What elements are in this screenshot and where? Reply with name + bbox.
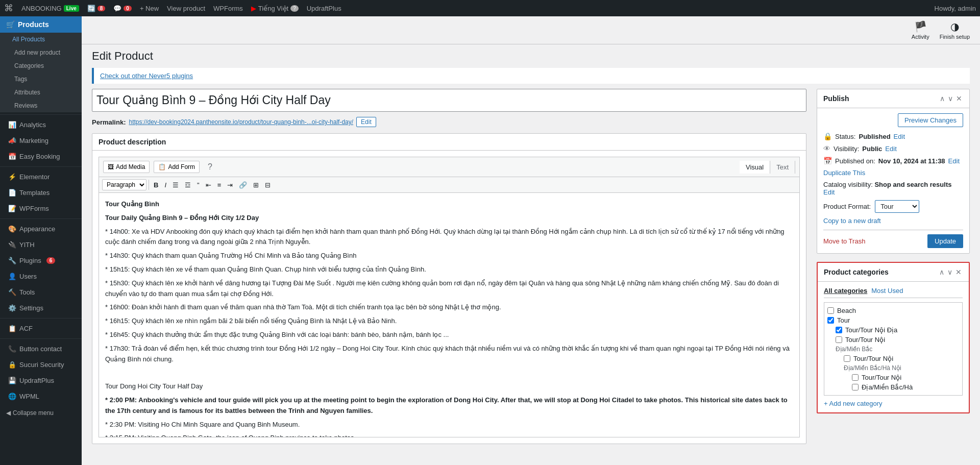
sidebar-products-top[interactable]: 🛒 Products: [0, 16, 82, 33]
editor-content[interactable]: Tour Quảng BìnhTour Daily Quảng Bình 9 –…: [99, 192, 800, 437]
sidebar-item-tools[interactable]: 🔨 Tools: [0, 284, 82, 300]
align-right-button[interactable]: ⇥: [225, 180, 235, 190]
all-categories-tab[interactable]: All categories: [824, 287, 867, 295]
admin-sidebar: 🛒 Products All Products Add new product …: [0, 16, 82, 465]
settings-icon: ⚙️: [8, 304, 16, 312]
view-product-link[interactable]: View product: [167, 5, 205, 12]
text-tab[interactable]: Text: [770, 161, 795, 174]
updraftplus-link[interactable]: UpdraftPlus: [307, 5, 341, 12]
blockquote-button[interactable]: ": [194, 180, 202, 190]
sidebar-item-updraftplus[interactable]: 💾 UpdraftPlus: [0, 373, 82, 388]
activity-button[interactable]: 🏴 Activity: [912, 20, 929, 40]
permalink-edit-button[interactable]: Edit: [356, 117, 376, 127]
copy-draft-link[interactable]: Copy to a new draft: [823, 217, 881, 225]
paragraph-format-select[interactable]: Paragraph: [102, 179, 146, 190]
category-checkbox-tour-noi[interactable]: [836, 336, 842, 343]
product-format-select[interactable]: Tour Standard: [875, 200, 919, 213]
publish-close-btn[interactable]: ✕: [955, 93, 963, 104]
sidebar-item-easy-booking[interactable]: 📅 Easy Booking: [0, 149, 82, 164]
publish-collapse-btn[interactable]: ∧: [939, 93, 946, 104]
admin-bar: ⌘ ANBOOKING Live 🔄 8 💬 0 + New View prod…: [0, 0, 980, 16]
edit-catalog-link[interactable]: Edit: [823, 188, 835, 196]
finish-setup-button[interactable]: ◑ Finish setup: [940, 20, 970, 40]
category-checkbox-tour-noi-3[interactable]: [852, 374, 859, 381]
new-item[interactable]: + New: [140, 5, 159, 12]
sidebar-item-wpml[interactable]: 🌐 WPML: [0, 388, 82, 404]
edit-date-link[interactable]: Edit: [948, 157, 960, 165]
product-title-input[interactable]: [92, 89, 806, 112]
category-checkbox-dia-mien-bac-ha[interactable]: [852, 384, 859, 390]
sidebar-item-reviews[interactable]: Reviews: [0, 99, 82, 112]
publish-actions-row: Move to Trash Update: [823, 230, 963, 248]
sidebar-item-plugins[interactable]: 🔧 Plugins 6: [0, 253, 82, 268]
category-item-tour-noi-dia: Tour/Tour Nội Địa: [827, 325, 959, 335]
sidebar-item-settings[interactable]: ⚙️ Settings: [0, 300, 82, 316]
italic-button[interactable]: I: [162, 180, 169, 190]
edit-visibility-link[interactable]: Edit: [885, 145, 896, 153]
easy-booking-icon: 📅: [8, 153, 16, 160]
update-button[interactable]: Update: [927, 234, 963, 248]
sidebar-item-wpforms[interactable]: 📝 WPForms: [0, 201, 82, 216]
category-item-dia-mien-bac-ha: Địa/Miền Bắc/Hà: [827, 382, 959, 392]
category-checkbox-tour-noi-dia[interactable]: [836, 327, 842, 333]
sidebar-item-elementor[interactable]: ⚡ Elementor: [0, 169, 82, 185]
add-form-button[interactable]: 📋 Add Form: [154, 161, 200, 173]
permalink-link[interactable]: https://dev-booking2024.pantheonsite.io/…: [129, 118, 353, 126]
sidebar-item-attributes[interactable]: Attributes: [0, 86, 82, 99]
category-list: Beach Tour Tour/Tour Nội Địa: [824, 302, 963, 396]
add-media-button[interactable]: 🖼 Add Media: [103, 161, 150, 173]
unordered-list-button[interactable]: ☰: [170, 180, 181, 190]
move-to-trash-link[interactable]: Move to Trash: [823, 237, 865, 245]
categories-expand-btn[interactable]: ∨: [946, 267, 953, 277]
sidebar-item-tags[interactable]: Tags: [0, 72, 82, 86]
add-new-category-link[interactable]: + Add new category: [824, 400, 883, 407]
help-button[interactable]: ?: [204, 160, 216, 174]
sidebar-item-appearance[interactable]: 🎨 Appearance: [0, 221, 82, 237]
tieng-viet-link[interactable]: ▶ Tiếng Việt ?: [251, 5, 299, 12]
edit-status-link[interactable]: Edit: [894, 133, 905, 140]
sidebar-item-all-products[interactable]: All Products: [0, 33, 82, 46]
sidebar-item-button-contact[interactable]: 📞 Button contact: [0, 341, 82, 357]
notice-link[interactable]: Check out other Never5 plugins: [100, 72, 193, 80]
elementor-icon: ⚡: [8, 173, 16, 181]
grid-button[interactable]: ⊟: [262, 180, 273, 190]
bold-button[interactable]: B: [151, 180, 161, 190]
comments[interactable]: 💬 0: [113, 5, 132, 12]
wp-logo[interactable]: ⌘: [4, 3, 13, 14]
sidebar-item-marketing[interactable]: 📣 Marketing: [0, 133, 82, 149]
publish-header: Publish ∧ ∨ ✕: [817, 89, 969, 108]
category-checkbox-beach[interactable]: [827, 307, 834, 314]
link-button[interactable]: 🔗: [236, 180, 250, 190]
wpforms-link[interactable]: WPForms: [213, 5, 243, 12]
category-checkbox-tour[interactable]: [827, 317, 834, 324]
categories-close-btn[interactable]: ✕: [954, 267, 963, 277]
table-button[interactable]: ⊞: [251, 180, 261, 190]
preview-changes-button[interactable]: Preview Changes: [898, 113, 963, 127]
align-center-button[interactable]: ≡: [215, 180, 224, 190]
most-used-tab[interactable]: Most Used: [871, 287, 903, 295]
align-left-button[interactable]: ⇤: [203, 180, 214, 190]
site-name[interactable]: ANBOOKING Live: [21, 5, 79, 12]
sidebar-item-templates[interactable]: 📄 Templates: [0, 185, 82, 201]
categories-postbox: Product categories ∧ ∨ ✕ All categories …: [817, 262, 970, 413]
sidebar-item-analytics[interactable]: 📊 Analytics: [0, 117, 82, 133]
categories-collapse-btn[interactable]: ∧: [938, 267, 945, 277]
sidebar-item-categories[interactable]: Categories: [0, 59, 82, 72]
category-checkbox-tour-noi-2[interactable]: [844, 355, 850, 362]
wpml-icon: 🌐: [8, 393, 16, 400]
duplicate-link[interactable]: Duplicate This: [823, 169, 865, 177]
sidebar-item-sucuri[interactable]: 🔒 Sucuri Security: [0, 357, 82, 373]
category-item-tour-noi-2: Tour/Tour Nội: [827, 354, 959, 363]
sidebar-item-add-new[interactable]: Add new product: [0, 46, 82, 59]
users-icon: 👤: [8, 273, 16, 280]
description-postbox: Product description 🖼 Add Media 📋: [92, 133, 806, 444]
ordered-list-button[interactable]: ☲: [182, 180, 193, 190]
notifications[interactable]: 🔄 8: [87, 5, 106, 12]
publish-expand-btn[interactable]: ∨: [947, 93, 954, 104]
sidebar-item-yith[interactable]: 🔌 YITH: [0, 237, 82, 253]
sidebar-item-users[interactable]: 👤 Users: [0, 268, 82, 284]
collapse-menu-btn[interactable]: ◀ Collapse menu: [0, 404, 82, 422]
visual-tab[interactable]: Visual: [740, 161, 770, 174]
sidebar-item-acf[interactable]: 📋 ACF: [0, 321, 82, 336]
description-postbox-header: Product description: [92, 134, 806, 151]
